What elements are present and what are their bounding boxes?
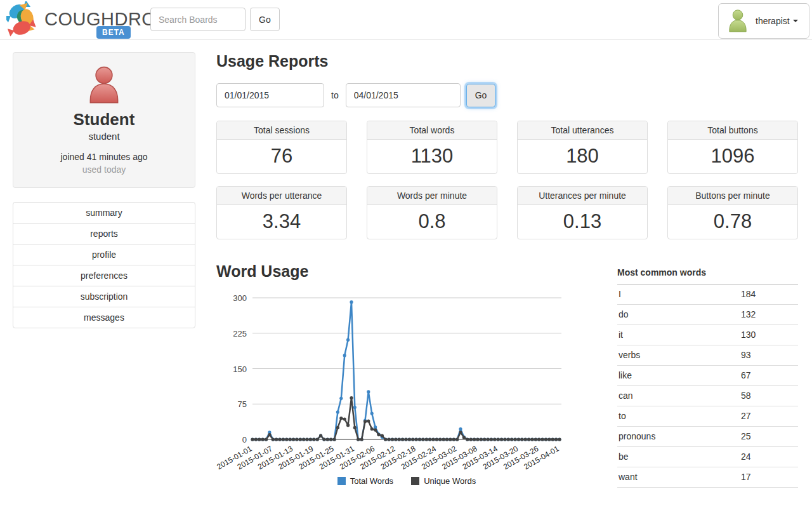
data-point — [449, 438, 452, 441]
date-to-input[interactable] — [346, 83, 461, 107]
data-point — [530, 438, 534, 441]
brand[interactable]: COUGHDROP BETA — [6, 1, 169, 41]
data-point — [319, 434, 322, 438]
date-go-button[interactable]: Go — [466, 84, 496, 107]
data-point — [480, 438, 483, 441]
data-point — [305, 438, 308, 441]
word-row: it130 — [617, 325, 798, 345]
data-point — [391, 438, 394, 441]
data-point — [547, 438, 551, 441]
y-tick-label: 0 — [242, 435, 247, 444]
sidebar-item-reports[interactable]: reports — [13, 224, 195, 244]
top-navbar: COUGHDROP BETA Go therapist — [0, 0, 812, 40]
legend-item: Total Words — [337, 476, 393, 486]
data-point — [558, 438, 561, 441]
data-point — [278, 438, 281, 441]
word-row: verbs93 — [617, 345, 798, 366]
word-usage-title: Word Usage — [216, 262, 572, 281]
data-point — [459, 431, 462, 434]
data-point — [415, 438, 418, 441]
data-point — [520, 438, 523, 441]
data-point — [377, 433, 380, 436]
data-point — [510, 438, 513, 441]
stat-value: 0.8 — [367, 205, 497, 239]
stat-label: Utterances per minute — [518, 187, 647, 205]
user-menu-button[interactable]: therapist — [718, 3, 809, 39]
beta-badge: BETA — [96, 26, 131, 39]
word-count: 58 — [741, 391, 751, 401]
data-point — [503, 438, 506, 441]
data-point — [425, 438, 428, 441]
data-point — [500, 438, 503, 441]
data-point — [339, 417, 343, 420]
data-point — [431, 438, 435, 441]
user-avatar-icon — [725, 8, 750, 34]
stat-label: Total buttons — [668, 121, 797, 140]
data-point — [490, 438, 493, 441]
profile-name: Student — [20, 110, 188, 130]
legend-swatch-icon — [411, 477, 419, 485]
data-point — [411, 438, 414, 441]
data-point — [541, 438, 544, 441]
main-content: Usage Reports to Go Total sessions76Tota… — [216, 52, 799, 508]
legend-item: Unique Words — [411, 476, 476, 486]
data-point — [343, 417, 346, 420]
data-point — [517, 438, 520, 441]
sidebar-item-subscription[interactable]: subscription — [13, 286, 195, 307]
word-label: pronouns — [619, 431, 741, 441]
profile-card: Student student joined 41 minutes ago us… — [13, 52, 195, 188]
word-row: I184 — [617, 284, 798, 305]
data-point — [476, 438, 479, 441]
word-usage-chart[interactable]: 0751502253002015-01-012015-01-072015-01-… — [216, 288, 562, 472]
word-label: be — [619, 451, 741, 462]
y-tick-label: 225 — [233, 329, 247, 338]
data-point — [473, 438, 476, 441]
data-point — [299, 438, 302, 441]
data-point — [312, 438, 315, 441]
word-row: be24 — [617, 447, 798, 467]
data-point — [289, 438, 292, 441]
stat-value: 76 — [217, 140, 346, 173]
word-label: can — [619, 391, 741, 401]
data-point — [329, 438, 332, 441]
word-row: want17 — [617, 467, 798, 488]
y-tick-label: 75 — [238, 399, 247, 409]
sidebar-item-messages[interactable]: messages — [13, 307, 195, 328]
sidebar-item-profile[interactable]: profile — [13, 244, 195, 265]
data-point — [292, 438, 295, 441]
most-common-words-rows: I184do132it130verbs93like67can58to27pron… — [617, 284, 798, 488]
student-avatar-icon — [83, 97, 125, 108]
sidebar-item-summary[interactable]: summary — [13, 203, 195, 224]
stat-label: Total sessions — [217, 121, 346, 140]
stat-label: Buttons per minute — [668, 187, 797, 205]
search-go-button[interactable]: Go — [250, 8, 280, 31]
most-common-words: Most common words I184do132it130verbs93l… — [617, 267, 798, 488]
profile-username: student — [20, 131, 188, 142]
sidebar-item-preferences[interactable]: preferences — [13, 265, 195, 286]
word-row: do132 — [617, 305, 798, 325]
word-label: verbs — [619, 350, 741, 360]
data-point — [272, 438, 275, 441]
date-from-input[interactable] — [216, 83, 324, 107]
data-point — [381, 434, 384, 438]
legend-swatch-icon — [337, 477, 346, 485]
data-point — [438, 438, 442, 441]
legend-label: Unique Words — [424, 476, 476, 486]
data-point — [333, 438, 336, 441]
board-search: Go — [150, 8, 280, 31]
stat-value: 0.78 — [668, 205, 797, 239]
stat-label: Total words — [367, 121, 497, 140]
word-count: 24 — [741, 451, 751, 462]
data-point — [404, 438, 407, 441]
word-label: I — [619, 289, 741, 299]
data-point — [384, 438, 387, 441]
data-point — [421, 438, 424, 441]
profile-used: used today — [20, 164, 188, 175]
search-boards-input[interactable] — [150, 8, 246, 31]
date-range-form: to Go — [216, 83, 798, 107]
sidebar-nav: summaryreportsprofilepreferencessubscrip… — [13, 202, 195, 328]
data-point — [483, 438, 486, 441]
word-count: 27 — [741, 411, 751, 421]
word-count: 130 — [741, 330, 756, 340]
word-count: 25 — [741, 431, 751, 441]
